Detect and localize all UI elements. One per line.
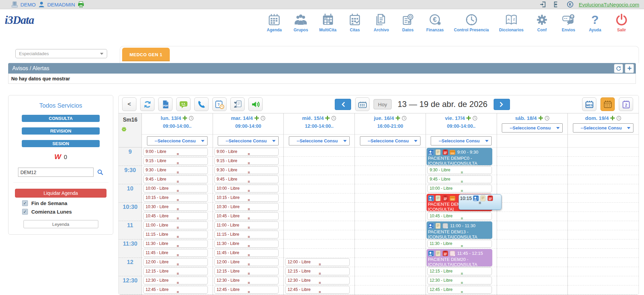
nav-salir[interactable]: Salir xyxy=(613,13,630,32)
user-link[interactable]: DEMADMIN xyxy=(47,2,75,7)
free-slot[interactable]: 9:45 - Libre= xyxy=(427,175,492,183)
free-slot[interactable]: 10:15 - Libre= xyxy=(143,194,208,202)
nav-ayuda[interactable]: ? Ayuda xyxy=(587,13,603,32)
consultorio-select[interactable]: --Seleccione Consu xyxy=(147,136,208,145)
nav-envios[interactable]: Envios xyxy=(560,13,577,32)
export-pdf-button[interactable]: PDF xyxy=(158,97,172,111)
free-slot[interactable]: 12:15 - Libre= xyxy=(427,267,492,275)
free-slot[interactable]: 12:00 - Libre= xyxy=(143,258,208,266)
slot-drag-handle[interactable]: = xyxy=(248,281,250,284)
free-slot[interactable]: 10:00 - Libre= xyxy=(427,185,492,192)
day-clock-icon[interactable] xyxy=(473,116,477,121)
day-clock-icon[interactable] xyxy=(545,116,549,121)
today-button[interactable]: Hoy xyxy=(374,99,392,109)
login-icon[interactable] xyxy=(540,1,546,8)
free-slot[interactable]: 9:45 - Libre= xyxy=(143,175,208,183)
day-clock-icon[interactable] xyxy=(189,116,194,121)
prev-week-button[interactable] xyxy=(335,99,351,110)
phone-button[interactable] xyxy=(194,97,209,111)
nav-multicita[interactable]: MultiCita xyxy=(319,13,336,32)
free-slot[interactable]: 9:00 - Libre= xyxy=(143,148,208,156)
week-view-button[interactable] xyxy=(600,97,615,111)
free-slot[interactable]: 12:45 - Libre= xyxy=(427,286,492,294)
slot-drag-handle[interactable]: = xyxy=(177,226,179,229)
slot-drag-handle[interactable]: = xyxy=(248,253,250,257)
day-hours-link[interactable]: 09:00-14:00 xyxy=(235,123,261,129)
slot-drag-handle[interactable]: = xyxy=(177,198,179,202)
patient-search-input[interactable] xyxy=(18,168,94,177)
consultorio-select[interactable]: --Seleccione Consu xyxy=(218,136,279,145)
day-hours-link[interactable]: 12:00-14:00.. xyxy=(305,123,333,129)
nav-finanzas[interactable]: € Finanzas xyxy=(426,13,444,32)
slot-drag-handle[interactable]: = xyxy=(177,216,179,220)
slot-drag-handle[interactable]: = xyxy=(460,201,500,205)
slot-drag-handle[interactable]: = xyxy=(461,244,463,248)
leyenda-button[interactable]: Leyenda xyxy=(23,220,98,228)
slot-drag-handle[interactable]: = xyxy=(177,161,179,165)
nav-control-presencia[interactable]: Control Presencia xyxy=(454,13,489,32)
add-appointment-icon[interactable] xyxy=(396,116,400,120)
slot-drag-handle[interactable]: = xyxy=(461,180,463,183)
free-slot[interactable]: 12:30 - Libre= xyxy=(285,277,350,284)
slot-drag-handle[interactable]: = xyxy=(461,170,463,174)
free-slot[interactable]: 10:00 - Libre= xyxy=(214,185,279,192)
consultorio-select[interactable]: --Seleccione Consu xyxy=(289,136,350,145)
day-clock-icon[interactable] xyxy=(331,116,336,121)
free-slot[interactable]: 10:45 - Libre= xyxy=(214,212,279,220)
free-slot[interactable]: 11:45 - Libre= xyxy=(143,249,208,257)
nav-grupos[interactable]: Grupos xyxy=(293,13,309,32)
day-clock-icon[interactable] xyxy=(402,116,407,121)
week-settings-gear-icon[interactable] xyxy=(121,126,127,132)
drag-ghost[interactable]: 10:15= xyxy=(459,194,501,210)
slot-drag-handle[interactable]: = xyxy=(177,281,179,284)
collapse-sidebar-button[interactable]: < xyxy=(122,97,136,111)
appointment-search-button[interactable]: ? xyxy=(212,97,227,111)
add-appointment-icon[interactable] xyxy=(610,116,615,120)
free-slot[interactable]: 12:00 - Libre= xyxy=(214,258,279,266)
slot-drag-handle[interactable]: = xyxy=(248,170,250,174)
free-slot[interactable]: 9:00 - Libre= xyxy=(214,148,279,156)
logout-icon[interactable] xyxy=(553,1,560,8)
slot-drag-handle[interactable]: = xyxy=(177,253,179,257)
service-consulta-button[interactable]: CONSULTA xyxy=(22,115,100,122)
slot-drag-handle[interactable]: = xyxy=(248,226,250,229)
slot-drag-handle[interactable]: = xyxy=(461,281,463,284)
consultorio-select[interactable]: --Seleccione Consu xyxy=(360,136,421,145)
liquidar-agenda-button[interactable]: Liquidar Agenda xyxy=(15,189,106,198)
nav-archivo[interactable]: Archivo xyxy=(373,13,390,32)
free-slot[interactable]: 11:15 - Libre= xyxy=(214,231,279,238)
slot-drag-handle[interactable]: = xyxy=(319,271,321,275)
nav-conf[interactable]: Conf xyxy=(534,13,550,32)
free-slot[interactable]: 12:15 - Libre= xyxy=(143,267,208,275)
company-link[interactable]: DEMO xyxy=(20,2,36,7)
nav-citas[interactable]: Citas xyxy=(347,13,363,32)
day-hours-link[interactable]: 09:00-14:00.. xyxy=(447,123,476,129)
slot-drag-handle[interactable]: = xyxy=(248,262,250,266)
fin-de-semana-checkbox[interactable]: ✓ xyxy=(22,200,28,206)
day-clock-icon[interactable] xyxy=(616,116,621,121)
free-slot[interactable]: 12:30 - Libre= xyxy=(214,277,279,284)
free-slot[interactable]: 10:00 - Libre= xyxy=(143,185,208,192)
slot-drag-handle[interactable]: = xyxy=(461,216,463,220)
free-slot[interactable]: 9:30 - Libre= xyxy=(427,166,492,174)
slot-drag-handle[interactable]: = xyxy=(248,189,250,192)
slot-drag-handle[interactable]: = xyxy=(248,216,250,220)
sms-button[interactable] xyxy=(176,97,191,111)
slot-drag-handle[interactable]: = xyxy=(248,152,250,156)
free-slot[interactable]: 10:15 - Libre= xyxy=(214,194,279,202)
day-view-button[interactable]: 2 xyxy=(619,97,633,111)
free-slot[interactable]: 10:45 - Libre= xyxy=(427,212,492,220)
alerts-refresh-button[interactable] xyxy=(614,64,623,73)
slot-drag-handle[interactable]: = xyxy=(461,189,463,192)
month-view-button[interactable]: MES xyxy=(582,97,596,111)
pending-report-button[interactable] xyxy=(230,97,245,111)
slot-drag-handle[interactable]: = xyxy=(177,152,179,156)
day-clock-icon[interactable] xyxy=(261,116,265,121)
slot-drag-handle[interactable]: = xyxy=(248,207,250,211)
free-slot[interactable]: 9:45 - Libre= xyxy=(214,175,279,183)
slot-drag-handle[interactable]: = xyxy=(177,244,179,248)
free-slot[interactable]: 11:45 - Libre= xyxy=(214,249,279,257)
free-slot[interactable]: 12:45 - Libre= xyxy=(143,286,208,294)
add-appointment-icon[interactable] xyxy=(539,116,543,120)
free-slot[interactable]: 11:00 - Libre= xyxy=(214,221,279,229)
